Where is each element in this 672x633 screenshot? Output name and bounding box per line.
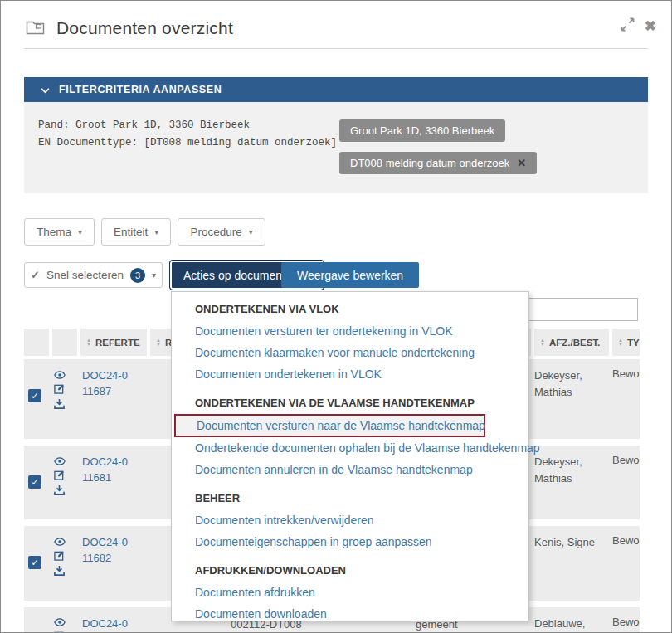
afz-best-cell: Dekeyser, Mathias	[534, 368, 606, 401]
referte-link[interactable]: DOC24-011682	[82, 534, 132, 566]
referte-link[interactable]: DOC24-011684	[82, 616, 132, 632]
check-icon: ✓	[31, 269, 40, 281]
referte-link[interactable]: DOC24-011681	[82, 454, 132, 485]
menu-section-header: AFDRUKKEN/DOWNLOADEN	[172, 560, 528, 582]
filter-tag-pand-label: Groot Park 1D, 3360 Bierbeek	[350, 124, 494, 137]
menu-item-ondertekenen-vlok[interactable]: Documenten ondertekenen in VLOK	[172, 363, 528, 385]
thema-dropdown-button[interactable]: Thema ▾	[24, 218, 95, 246]
row-checkbox-checked[interactable]: ✓	[28, 556, 41, 569]
remove-tag-icon[interactable]: ✕	[517, 157, 526, 169]
row-checkbox-checked[interactable]: ✓	[28, 389, 41, 402]
thema-label: Thema	[37, 226, 71, 238]
sort-icon: ▲▼	[618, 338, 623, 347]
type-cell: Bewo	[612, 454, 640, 466]
filter-criteria-toggle[interactable]: FILTERCRITERIA AANPASSEN	[24, 77, 648, 102]
edit-view-button[interactable]: Weergave bewerken	[281, 262, 419, 288]
menu-section-header: ONDERTEKENEN VIA DE VLAAMSE HANDTEKENMAP	[172, 392, 528, 414]
menu-item-versturen-vlok[interactable]: Documenten versturen ter ondertekening i…	[172, 320, 528, 342]
download-document-icon[interactable]	[54, 565, 66, 577]
filter-body: Pand: Groot Park 1D, 3360 Bierbeek EN Do…	[24, 102, 648, 193]
procedure-dropdown-button[interactable]: Procedure ▾	[178, 218, 265, 246]
edit-document-icon[interactable]	[54, 631, 66, 632]
filter-tag-documenttype: DT008 melding datum onderzoek ✕	[339, 152, 537, 174]
sort-icon: ▲▼	[540, 338, 545, 347]
menu-item-ophalen-handtekenmap[interactable]: Ondertekende documenten ophalen bij de V…	[172, 437, 528, 459]
referte-link[interactable]: DOC24-011687	[82, 368, 132, 399]
filter-criteria-label: FILTERCRITERIA AANPASSEN	[59, 84, 222, 95]
menu-item-eigenschappen-groep[interactable]: Documenteigenschappen in groep aanpassen	[172, 531, 528, 553]
afz-best-cell: Kenis, Signe	[534, 534, 606, 551]
menu-section-header: BEHEER	[172, 488, 528, 509]
table-header-afz-best[interactable]: ▲▼ AFZ./BEST.	[534, 329, 609, 356]
menu-item-klaarmaken-manueel[interactable]: Documenten klaarmaken voor manuele onder…	[172, 342, 528, 363]
download-document-icon[interactable]	[54, 484, 66, 496]
table-header-referte[interactable]: ▲▼ REFERTE	[80, 329, 147, 356]
procedure-label: Procedure	[190, 226, 241, 238]
actions-dropdown-menu: ONDERTEKENEN VIA VLOK Documenten verstur…	[171, 291, 529, 621]
menu-item-afdrukken[interactable]: Documenten afdrukken	[172, 582, 528, 603]
entiteit-label: Entiteit	[114, 226, 148, 238]
view-document-icon[interactable]	[54, 455, 66, 466]
dialog-header: Documenten overzicht ✖	[26, 14, 658, 42]
menu-item-annuleren-handtekenmap[interactable]: Documenten annuleren in de Vlaamse handt…	[172, 459, 528, 480]
type-cell: Bewo	[612, 616, 640, 628]
table-header-type[interactable]: ▲▼ TY	[612, 329, 640, 356]
filter-criteria-text: Pand: Groot Park 1D, 3360 Bierbeek EN Do…	[38, 117, 337, 152]
menu-item-versturen-handtekenmap-highlighted[interactable]: Documenten versturen naar de Vlaamse han…	[174, 414, 485, 437]
header-divider	[24, 48, 648, 49]
menu-section-header: ONDERTEKENEN VIA VLOK	[172, 299, 528, 320]
view-document-icon[interactable]	[54, 616, 66, 627]
page-title: Documenten overzicht	[56, 18, 233, 38]
caret-down-icon: ▾	[154, 228, 158, 236]
filter-panel: FILTERCRITERIA AANPASSEN Pand: Groot Par…	[24, 77, 648, 193]
entiteit-dropdown-button[interactable]: Entiteit ▾	[101, 218, 171, 246]
edit-document-icon[interactable]	[54, 383, 66, 395]
download-document-icon[interactable]	[54, 398, 66, 410]
view-document-icon[interactable]	[54, 368, 66, 380]
menu-item-downloaden[interactable]: Documenten downloaden	[172, 603, 528, 625]
row-checkbox-checked[interactable]: ✓	[28, 475, 41, 489]
edit-document-icon[interactable]	[54, 470, 66, 481]
selection-count-badge: 3	[130, 268, 145, 283]
sort-icon: ▲▼	[156, 338, 161, 347]
caret-down-icon: ▾	[78, 228, 82, 236]
folder-icon	[26, 19, 45, 38]
table-header-actions	[52, 329, 77, 356]
edit-document-icon[interactable]	[54, 550, 66, 562]
documents-overview-dialog: Documenten overzicht ✖ FILTERCRITERIA AA…	[0, 0, 672, 633]
caret-down-icon: ▾	[249, 228, 253, 236]
table-header-checkbox	[24, 329, 49, 356]
afz-best-cell: Deblauwe, Ane	[534, 616, 606, 632]
quick-select-label: Snel selecteren	[46, 269, 124, 281]
caret-down-icon: ▾	[152, 271, 156, 280]
view-document-icon[interactable]	[54, 535, 66, 547]
menu-item-intrekken-verwijderen[interactable]: Documenten intrekken/verwijderen	[172, 509, 528, 531]
type-cell: Bewo	[612, 534, 640, 547]
type-cell: Bewo	[612, 368, 640, 380]
filter-tag-pand: Groot Park 1D, 3360 Bierbeek	[339, 119, 505, 142]
chevron-down-icon	[41, 82, 50, 97]
expand-icon[interactable]	[621, 17, 635, 35]
sort-icon: ▲▼	[86, 338, 91, 347]
afz-best-cell: Dekeyser, Mathias	[534, 454, 606, 487]
close-icon[interactable]: ✖	[645, 19, 656, 33]
filter-tag-documenttype-label: DT008 melding datum onderzoek	[350, 157, 509, 169]
quick-select-button[interactable]: ✓ Snel selecteren 3 ▾	[24, 262, 163, 288]
